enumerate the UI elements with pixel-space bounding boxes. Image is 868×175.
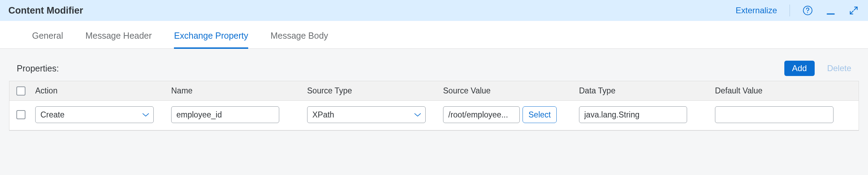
source-value-input[interactable]	[443, 106, 520, 123]
name-input[interactable]	[171, 106, 279, 123]
tab-general[interactable]: General	[32, 21, 63, 48]
properties-section: Properties: Add Delete Action Name Sourc…	[0, 49, 868, 131]
minimize-icon[interactable]	[825, 5, 836, 16]
table-row: Create XPath	[9, 101, 859, 130]
header-actions: Externalize	[736, 5, 859, 16]
action-select[interactable]: Create	[35, 106, 154, 123]
data-type-input[interactable]	[579, 106, 687, 123]
table-header-row: Action Name Source Type Source Value Dat…	[9, 81, 859, 101]
properties-buttons: Add Delete	[784, 61, 851, 76]
tab-exchange-property[interactable]: Exchange Property	[174, 21, 248, 48]
select-button[interactable]: Select	[523, 106, 557, 123]
tab-message-body[interactable]: Message Body	[271, 21, 328, 48]
source-type-select-value: XPath	[312, 110, 334, 120]
panel-title: Content Modifier	[8, 5, 83, 16]
header-divider	[790, 5, 790, 16]
externalize-link[interactable]: Externalize	[736, 6, 777, 15]
row-checkbox[interactable]	[16, 110, 25, 119]
help-icon[interactable]	[802, 5, 813, 16]
col-header-action: Action	[35, 86, 171, 96]
col-header-source-type: Source Type	[307, 86, 443, 96]
properties-table: Action Name Source Type Source Value Dat…	[9, 81, 859, 131]
expand-icon[interactable]	[848, 5, 859, 16]
tab-message-header[interactable]: Message Header	[85, 21, 152, 48]
section-title: Properties:	[17, 63, 59, 74]
delete-button[interactable]: Delete	[827, 63, 851, 73]
col-header-source-value: Source Value	[443, 86, 579, 96]
add-button[interactable]: Add	[784, 61, 815, 76]
col-header-name: Name	[171, 86, 307, 96]
action-select-value: Create	[40, 110, 64, 120]
source-type-select[interactable]: XPath	[307, 106, 426, 123]
col-header-default-value: Default Value	[715, 86, 854, 96]
default-value-input[interactable]	[715, 106, 833, 123]
svg-point-1	[807, 12, 808, 13]
tabs-bar: General Message Header Exchange Property…	[0, 21, 868, 49]
select-all-checkbox[interactable]	[16, 86, 25, 96]
col-header-data-type: Data Type	[579, 86, 715, 96]
panel-header: Content Modifier Externalize	[0, 0, 868, 21]
properties-header: Properties: Add Delete	[9, 61, 859, 81]
